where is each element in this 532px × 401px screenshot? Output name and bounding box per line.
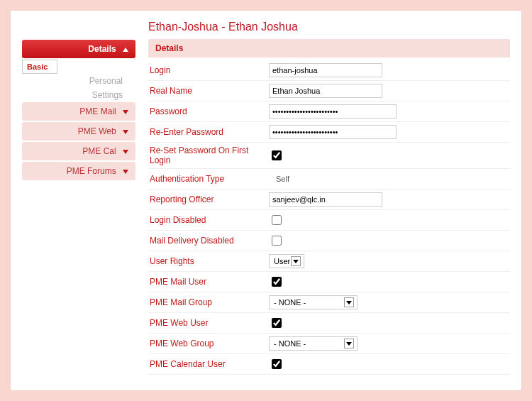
label-pme-web-group: PME Web Group [148,339,269,348]
caret-down-icon [123,170,128,174]
caret-down-icon [123,110,128,114]
label-login-disabled: Login Disabled [148,215,269,225]
svg-marker-7 [346,342,352,346]
page-title: Ethan-Joshua - Ethan Joshua [148,21,510,33]
sidebar-item-pme-web[interactable]: PME Web [22,122,135,141]
sidebar-item-pme-mail[interactable]: PME Mail [22,102,135,121]
sidebar-item-pme-forums[interactable]: PME Forums [22,162,135,180]
svg-marker-6 [346,301,352,304]
label-pme-mail-group: PME Mail Group [148,297,269,307]
pme-web-user-checkbox[interactable] [272,318,282,328]
chevron-down-icon [344,297,354,307]
caret-down-icon [123,150,128,154]
pme-mail-group-select[interactable]: - NONE - [269,295,358,309]
sidebar-label-details: Details [88,44,116,54]
auth-type-value: Self [269,175,289,183]
label-auth-type: Authentication Type [148,174,269,184]
login-field[interactable] [269,63,382,77]
label-repassword: Re-Enter Password [148,127,269,137]
svg-marker-1 [123,110,128,114]
reporting-officer-field[interactable] [269,192,382,207]
label-pme-web-user: PME Web User [148,318,269,328]
password-field[interactable] [269,104,397,119]
pme-calendar-user-checkbox[interactable] [272,359,282,369]
sidebar: Details Basic Personal Settings PME Mail [22,40,135,375]
label-reporting-officer: Reporting Officer [148,194,269,204]
mail-delivery-disabled-checkbox[interactable] [272,236,282,246]
sidebar-sub-settings[interactable]: Settings [22,88,135,102]
label-pme-calendar-user: PME Calendar User [148,359,269,369]
section-header: Details [148,39,510,57]
real-name-field[interactable] [269,84,382,98]
label-login: Login [148,65,269,75]
label-pme-mail-user: PME Mail User [148,277,269,287]
svg-marker-3 [123,150,128,154]
label-mail-delivery-disabled: Mail Delivery Disabled [148,236,269,246]
caret-down-icon [123,130,128,134]
svg-marker-2 [123,130,128,134]
reset-first-login-checkbox[interactable] [272,150,282,160]
label-user-rights: User Rights [148,256,269,266]
repassword-field[interactable] [269,125,397,139]
chevron-down-icon [291,256,301,266]
label-password: Password [148,106,269,116]
caret-up-icon [123,48,128,52]
sidebar-sub-personal[interactable]: Personal [22,74,135,88]
sidebar-item-pme-cal[interactable]: PME Cal [22,142,135,160]
sidebar-item-details[interactable]: Details [22,40,135,58]
label-reset-first: Re-Set Password On First Login [148,145,269,165]
svg-marker-4 [123,170,128,174]
chevron-down-icon [344,339,354,348]
pme-mail-user-checkbox[interactable] [272,277,282,287]
sidebar-sub-basic[interactable]: Basic [22,60,57,74]
svg-marker-0 [123,48,128,52]
login-disabled-checkbox[interactable] [272,215,282,225]
label-real-name: Real Name [148,86,269,96]
pme-web-group-select[interactable]: - NONE - [269,336,358,351]
user-rights-select[interactable]: User [269,254,304,268]
svg-marker-5 [293,260,299,263]
main-panel: Ethan-Joshua - Ethan Joshua Details Logi… [148,21,510,375]
